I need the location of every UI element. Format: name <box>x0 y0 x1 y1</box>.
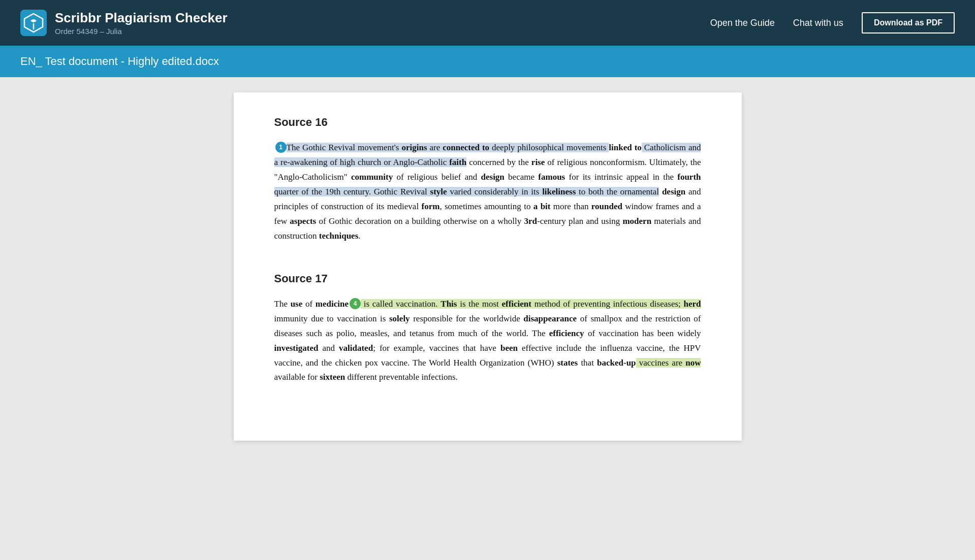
chat-with-us-link[interactable]: Chat with us <box>793 18 843 28</box>
source-16-badge: 1 <box>275 142 287 153</box>
content-area: Source 16 1The Gothic Revival movement's… <box>0 77 975 534</box>
app-header: Scribbr Plagiarism Checker Order 54349 –… <box>0 0 975 46</box>
source-17-paragraph: The use of medicine4 is called vaccinati… <box>274 297 701 385</box>
download-pdf-button[interactable]: Download as PDF <box>862 12 955 34</box>
source-17-badge: 4 <box>350 298 361 309</box>
document-filename: EN_ Test document - Highly edited.docx <box>20 55 219 68</box>
document-title-bar: EN_ Test document - Highly edited.docx <box>0 46 975 77</box>
text-segment: quarter of the 19th century. Gothic Revi… <box>274 187 659 196</box>
source-17-heading: Source 17 <box>274 269 701 288</box>
app-name: Scribbr Plagiarism Checker <box>55 10 228 26</box>
text-segment: is called vaccination. This is the most … <box>361 299 701 309</box>
header-title-block: Scribbr Plagiarism Checker Order 54349 –… <box>55 10 228 36</box>
text-segment: linked to <box>609 143 642 152</box>
text-segment: The Gothic Revival movement's origins ar… <box>287 143 609 152</box>
source-17-block: Source 17 The use of medicine4 is called… <box>274 269 701 385</box>
open-guide-link[interactable]: Open the Guide <box>710 18 775 28</box>
header-left: Scribbr Plagiarism Checker Order 54349 –… <box>20 10 228 36</box>
source-16-paragraph: 1The Gothic Revival movement's origins a… <box>274 141 701 243</box>
document-body: Source 16 1The Gothic Revival movement's… <box>234 92 742 441</box>
source-16-block: Source 16 1The Gothic Revival movement's… <box>274 113 701 244</box>
scribbr-logo-icon <box>20 10 47 36</box>
order-info: Order 54349 – Julia <box>55 27 228 36</box>
text-segment: vaccines are now <box>636 358 701 368</box>
source-16-heading: Source 16 <box>274 113 701 131</box>
header-right: Open the Guide Chat with us Download as … <box>710 12 955 34</box>
